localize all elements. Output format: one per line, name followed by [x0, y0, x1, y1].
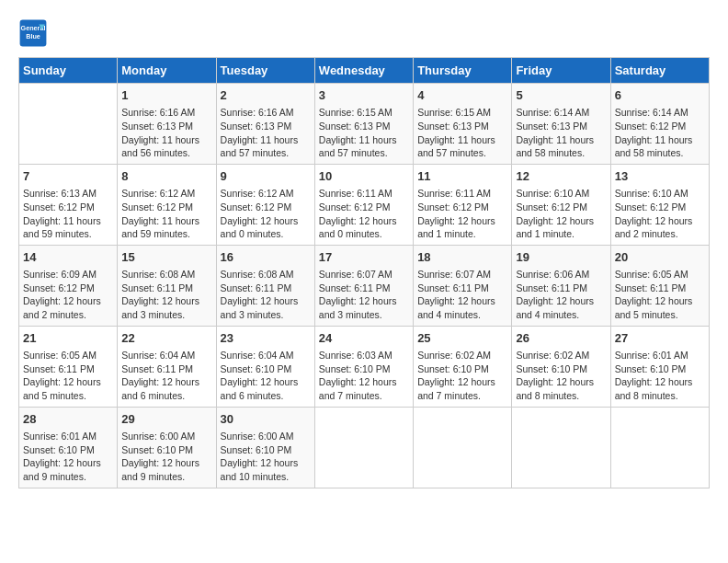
day-info: Sunrise: 6:07 AMSunset: 6:11 PMDaylight:…	[319, 268, 409, 322]
day-number: 20	[615, 249, 705, 266]
calendar-header: SundayMondayTuesdayWednesdayThursdayFrid…	[19, 58, 710, 84]
day-number: 1	[121, 87, 211, 104]
calendar-cell: 30 Sunrise: 6:00 AMSunset: 6:10 PMDaylig…	[216, 407, 314, 488]
day-number: 3	[319, 87, 409, 104]
day-info: Sunrise: 6:05 AMSunset: 6:11 PMDaylight:…	[615, 268, 705, 322]
day-number: 30	[221, 411, 311, 428]
calendar-cell: 3 Sunrise: 6:15 AMSunset: 6:13 PMDayligh…	[314, 84, 413, 165]
day-number: 21	[23, 330, 113, 347]
calendar-cell	[19, 84, 118, 165]
day-number: 22	[121, 330, 211, 347]
calendar-cell: 14 Sunrise: 6:09 AMSunset: 6:12 PMDaylig…	[19, 245, 118, 326]
day-info: Sunrise: 6:08 AMSunset: 6:11 PMDaylight:…	[221, 268, 311, 322]
calendar-cell: 24 Sunrise: 6:03 AMSunset: 6:10 PMDaylig…	[314, 326, 413, 407]
calendar-cell: 13 Sunrise: 6:10 AMSunset: 6:12 PMDaylig…	[610, 164, 709, 245]
calendar-cell: 22 Sunrise: 6:04 AMSunset: 6:11 PMDaylig…	[118, 326, 216, 407]
calendar-cell: 28 Sunrise: 6:01 AMSunset: 6:10 PMDaylig…	[19, 407, 118, 488]
day-info: Sunrise: 6:16 AMSunset: 6:13 PMDaylight:…	[121, 106, 211, 160]
calendar-cell: 12 Sunrise: 6:10 AMSunset: 6:12 PMDaylig…	[512, 164, 610, 245]
day-info: Sunrise: 6:11 AMSunset: 6:12 PMDaylight:…	[319, 187, 409, 241]
calendar-cell: 15 Sunrise: 6:08 AMSunset: 6:11 PMDaylig…	[118, 245, 216, 326]
day-number: 26	[516, 330, 606, 347]
day-info: Sunrise: 6:01 AMSunset: 6:10 PMDaylight:…	[23, 430, 113, 484]
calendar-cell: 1 Sunrise: 6:16 AMSunset: 6:13 PMDayligh…	[118, 84, 216, 165]
calendar-cell	[414, 407, 512, 488]
day-info: Sunrise: 6:00 AMSunset: 6:10 PMDaylight:…	[221, 430, 311, 484]
day-number: 8	[121, 168, 211, 185]
calendar-cell: 8 Sunrise: 6:12 AMSunset: 6:12 PMDayligh…	[118, 164, 216, 245]
day-number: 11	[417, 168, 507, 185]
day-info: Sunrise: 6:15 AMSunset: 6:13 PMDaylight:…	[417, 106, 507, 160]
day-info: Sunrise: 6:01 AMSunset: 6:10 PMDaylight:…	[615, 349, 705, 403]
day-info: Sunrise: 6:14 AMSunset: 6:12 PMDaylight:…	[615, 106, 705, 160]
day-info: Sunrise: 6:11 AMSunset: 6:12 PMDaylight:…	[417, 187, 507, 241]
weekday-header: Sunday	[19, 58, 118, 84]
day-number: 2	[221, 87, 311, 104]
page-header: General Blue	[18, 18, 710, 48]
calendar-table: SundayMondayTuesdayWednesdayThursdayFrid…	[18, 57, 710, 488]
calendar-cell: 27 Sunrise: 6:01 AMSunset: 6:10 PMDaylig…	[610, 326, 709, 407]
calendar-cell: 10 Sunrise: 6:11 AMSunset: 6:12 PMDaylig…	[314, 164, 413, 245]
logo: General Blue	[18, 18, 51, 48]
day-info: Sunrise: 6:12 AMSunset: 6:12 PMDaylight:…	[121, 187, 211, 241]
calendar-cell: 4 Sunrise: 6:15 AMSunset: 6:13 PMDayligh…	[414, 84, 512, 165]
day-number: 4	[417, 87, 507, 104]
day-info: Sunrise: 6:10 AMSunset: 6:12 PMDaylight:…	[516, 187, 606, 241]
day-number: 18	[417, 249, 507, 266]
day-number: 5	[516, 87, 606, 104]
day-number: 9	[221, 168, 311, 185]
weekday-header: Friday	[512, 58, 610, 84]
day-info: Sunrise: 6:04 AMSunset: 6:10 PMDaylight:…	[221, 349, 311, 403]
calendar-cell: 18 Sunrise: 6:07 AMSunset: 6:11 PMDaylig…	[414, 245, 512, 326]
day-number: 10	[319, 168, 409, 185]
day-number: 19	[516, 249, 606, 266]
day-info: Sunrise: 6:10 AMSunset: 6:12 PMDaylight:…	[615, 187, 705, 241]
day-number: 29	[121, 411, 211, 428]
day-number: 28	[23, 411, 113, 428]
day-number: 25	[417, 330, 507, 347]
calendar-cell: 2 Sunrise: 6:16 AMSunset: 6:13 PMDayligh…	[216, 84, 314, 165]
day-number: 6	[615, 87, 705, 104]
day-info: Sunrise: 6:05 AMSunset: 6:11 PMDaylight:…	[23, 349, 113, 403]
calendar-cell: 7 Sunrise: 6:13 AMSunset: 6:12 PMDayligh…	[19, 164, 118, 245]
day-info: Sunrise: 6:07 AMSunset: 6:11 PMDaylight:…	[417, 268, 507, 322]
calendar-cell: 26 Sunrise: 6:02 AMSunset: 6:10 PMDaylig…	[512, 326, 610, 407]
calendar-cell: 6 Sunrise: 6:14 AMSunset: 6:12 PMDayligh…	[610, 84, 709, 165]
day-number: 15	[121, 249, 211, 266]
day-info: Sunrise: 6:16 AMSunset: 6:13 PMDaylight:…	[221, 106, 311, 160]
day-number: 24	[319, 330, 409, 347]
day-number: 16	[221, 249, 311, 266]
day-number: 27	[615, 330, 705, 347]
day-number: 17	[319, 249, 409, 266]
calendar-cell: 20 Sunrise: 6:05 AMSunset: 6:11 PMDaylig…	[610, 245, 709, 326]
day-info: Sunrise: 6:09 AMSunset: 6:12 PMDaylight:…	[23, 268, 113, 322]
calendar-cell	[314, 407, 413, 488]
weekday-header: Thursday	[414, 58, 512, 84]
calendar-cell: 23 Sunrise: 6:04 AMSunset: 6:10 PMDaylig…	[216, 326, 314, 407]
day-info: Sunrise: 6:12 AMSunset: 6:12 PMDaylight:…	[221, 187, 311, 241]
weekday-header: Wednesday	[314, 58, 413, 84]
day-info: Sunrise: 6:04 AMSunset: 6:11 PMDaylight:…	[121, 349, 211, 403]
day-info: Sunrise: 6:14 AMSunset: 6:13 PMDaylight:…	[516, 106, 606, 160]
day-info: Sunrise: 6:03 AMSunset: 6:10 PMDaylight:…	[319, 349, 409, 403]
day-info: Sunrise: 6:15 AMSunset: 6:13 PMDaylight:…	[319, 106, 409, 160]
day-info: Sunrise: 6:06 AMSunset: 6:11 PMDaylight:…	[516, 268, 606, 322]
calendar-cell: 21 Sunrise: 6:05 AMSunset: 6:11 PMDaylig…	[19, 326, 118, 407]
calendar-cell: 29 Sunrise: 6:00 AMSunset: 6:10 PMDaylig…	[118, 407, 216, 488]
weekday-header: Tuesday	[216, 58, 314, 84]
calendar-cell: 17 Sunrise: 6:07 AMSunset: 6:11 PMDaylig…	[314, 245, 413, 326]
day-number: 13	[615, 168, 705, 185]
calendar-cell	[610, 407, 709, 488]
svg-text:Blue: Blue	[26, 32, 40, 40]
day-number: 12	[516, 168, 606, 185]
calendar-cell: 9 Sunrise: 6:12 AMSunset: 6:12 PMDayligh…	[216, 164, 314, 245]
calendar-cell: 5 Sunrise: 6:14 AMSunset: 6:13 PMDayligh…	[512, 84, 610, 165]
weekday-header: Saturday	[610, 58, 709, 84]
day-info: Sunrise: 6:13 AMSunset: 6:12 PMDaylight:…	[23, 187, 113, 241]
day-number: 23	[221, 330, 311, 347]
calendar-cell: 16 Sunrise: 6:08 AMSunset: 6:11 PMDaylig…	[216, 245, 314, 326]
day-info: Sunrise: 6:00 AMSunset: 6:10 PMDaylight:…	[121, 430, 211, 484]
calendar-cell: 11 Sunrise: 6:11 AMSunset: 6:12 PMDaylig…	[414, 164, 512, 245]
day-number: 14	[23, 249, 113, 266]
day-info: Sunrise: 6:02 AMSunset: 6:10 PMDaylight:…	[516, 349, 606, 403]
